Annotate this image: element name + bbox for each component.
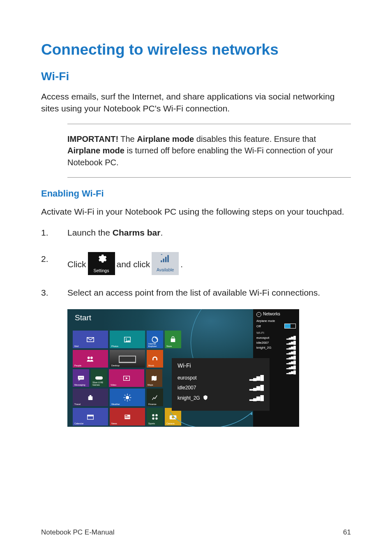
- signal-icon: ▂▄▆█: [249, 375, 264, 381]
- tile-mail[interactable]: Mail: [73, 331, 108, 348]
- tile-weather[interactable]: Weather: [110, 389, 145, 406]
- svg-rect-0: [161, 260, 162, 262]
- wifi-network-item[interactable]: idle2007 ▂▄▆█: [178, 383, 264, 393]
- gear-icon: [96, 253, 107, 267]
- svg-point-38: [155, 417, 157, 419]
- svg-rect-3: [168, 255, 169, 262]
- signal-icon: ▂▄▆█: [286, 366, 296, 369]
- svg-line-25: [125, 395, 125, 396]
- svg-line-26: [129, 400, 130, 400]
- important-note: IMPORTANT! The Airplane mode disables th…: [67, 124, 351, 178]
- secured-icon: [203, 395, 208, 400]
- svg-rect-2: [165, 257, 166, 262]
- network-item[interactable]: ▂▄▆█: [256, 351, 296, 354]
- svg-line-28: [129, 395, 130, 396]
- enabling-intro: Activate Wi-Fi in your Notebook PC using…: [41, 206, 351, 217]
- start-screen-title: Start: [75, 313, 91, 322]
- svg-rect-32: [125, 415, 127, 416]
- tile-people[interactable]: People: [73, 350, 108, 368]
- signal-icon: ▂▄▆█: [286, 356, 296, 359]
- tile-store[interactable]: Store: [165, 331, 181, 348]
- section-title-enabling: Enabling Wi-Fi: [41, 188, 351, 199]
- tile-video[interactable]: Video: [109, 369, 144, 387]
- svg-point-37: [152, 417, 154, 419]
- page-title: Connecting to wireless networks: [41, 41, 351, 58]
- step-3: Select an access point from the list of …: [41, 287, 351, 298]
- svg-point-10: [90, 356, 93, 359]
- important-text-1: The: [118, 134, 137, 143]
- signal-icon: ▂▄▆█: [286, 341, 296, 345]
- step-1: Launch the Charms bar.: [41, 227, 351, 238]
- tile-games[interactable]: Xbox LIVE Games: [91, 369, 107, 387]
- svg-point-14: [79, 377, 80, 378]
- step-2-mid: and click: [117, 258, 150, 270]
- settings-charm-button[interactable]: Settings: [88, 252, 115, 275]
- network-item[interactable]: eurospot▂▄▆█: [256, 336, 296, 340]
- svg-rect-18: [88, 396, 93, 400]
- intro-paragraph: Access emails, surf the Internet, and sh…: [41, 90, 351, 115]
- tile-news[interactable]: News: [110, 408, 145, 426]
- step-2-post: .: [180, 258, 183, 270]
- step-2-pre: Click: [67, 258, 86, 270]
- svg-point-16: [82, 377, 83, 378]
- wifi-popup-title: Wi-Fi: [178, 362, 264, 369]
- airplane-mode-toggle[interactable]: [284, 324, 296, 329]
- svg-point-40: [172, 416, 174, 418]
- tile-photos[interactable]: Photos: [110, 331, 145, 348]
- important-text-2: disables this feature. Ensure that: [194, 134, 316, 143]
- wifi-network-item[interactable]: eurospot ▂▄▆█: [178, 373, 264, 383]
- svg-rect-19: [90, 395, 92, 396]
- important-label: IMPORTANT!: [67, 134, 118, 143]
- step-1-bold: Charms bar: [113, 228, 161, 237]
- step-1-post: .: [160, 228, 163, 237]
- airplane-mode-label: Airplane mode: [256, 319, 296, 322]
- available-networks-button[interactable]: * Available: [152, 252, 179, 275]
- tile-calendar[interactable]: Calendar: [73, 408, 108, 426]
- tile-travel[interactable]: Travel: [73, 389, 108, 406]
- network-item[interactable]: knight_2G▂▄▆█: [256, 346, 296, 349]
- important-bold-2: Airplane mode: [67, 146, 125, 155]
- tile-desktop[interactable]: Desktop: [110, 350, 145, 368]
- start-screen-screenshot: Start Mail Photos Internet Explorer Stor…: [67, 309, 299, 427]
- tile-music[interactable]: Music: [147, 350, 163, 368]
- tile-ie[interactable]: Internet Explorer: [147, 331, 163, 348]
- svg-point-35: [152, 414, 154, 416]
- tile-messaging[interactable]: Messaging: [73, 369, 89, 387]
- signal-icon: ▂▄▆█: [286, 346, 296, 349]
- network-item[interactable]: idle2007▂▄▆█: [256, 341, 296, 345]
- signal-icon: ▂▄▆█: [249, 395, 264, 401]
- tile-sports[interactable]: Sports: [147, 408, 163, 426]
- footer-doc-title: Notebook PC E-Manual: [41, 528, 115, 537]
- step-2: Click Settings and click: [41, 253, 351, 276]
- footer-page-number: 61: [343, 528, 351, 537]
- callout-leader: [170, 412, 252, 427]
- networks-panel-section: Wi-Fi: [256, 331, 296, 335]
- networks-panel-title: Networks: [256, 312, 296, 317]
- svg-rect-1: [163, 259, 164, 262]
- svg-point-20: [126, 396, 129, 399]
- tile-grid: Mail Photos Internet Explorer Store Peop…: [72, 330, 182, 426]
- svg-point-9: [88, 356, 90, 359]
- signal-icon: ▂▄▆█: [286, 351, 296, 354]
- available-networks-label: Available: [157, 267, 174, 273]
- signal-icon: ▂▄▆█: [286, 336, 296, 340]
- svg-point-7: [126, 338, 127, 340]
- signal-icon: ▂▄▆█: [249, 385, 264, 391]
- svg-rect-33: [125, 416, 130, 417]
- svg-text:*: *: [161, 254, 163, 257]
- section-title-wifi: Wi-Fi: [41, 70, 351, 83]
- svg-rect-30: [88, 415, 94, 416]
- tile-finance[interactable]: Finance: [147, 389, 163, 406]
- svg-point-15: [81, 377, 81, 378]
- wifi-popup[interactable]: Wi-Fi eurospot ▂▄▆█ idle2007 ▂▄▆█ knight…: [172, 358, 270, 411]
- wifi-signal-icon: *: [160, 254, 171, 266]
- wifi-network-item[interactable]: knight_2G ▂▄▆█: [178, 393, 264, 403]
- important-bold-1: Airplane mode: [137, 134, 194, 143]
- svg-rect-12: [120, 356, 135, 362]
- svg-point-36: [155, 414, 157, 416]
- tile-maps[interactable]: Maps: [146, 369, 162, 387]
- svg-line-27: [125, 400, 125, 400]
- step-1-pre: Launch the: [67, 228, 113, 237]
- airplane-mode-state: Off: [256, 324, 261, 328]
- svg-rect-34: [125, 417, 130, 418]
